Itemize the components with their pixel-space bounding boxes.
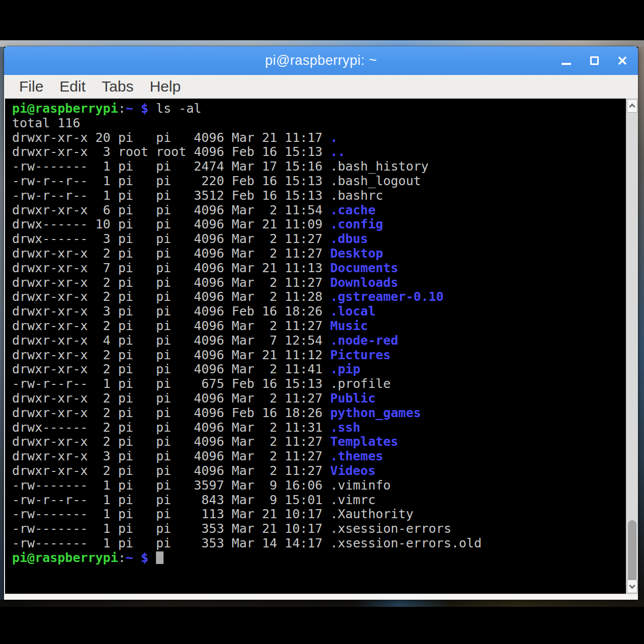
entry-meta: drwxr-xr-x 2 pi pi 4096 Mar 2 11:28 <box>12 289 330 304</box>
entry-name: .themes <box>330 449 383 463</box>
entry-name: .pip <box>330 362 360 376</box>
entry-meta: drwxr-xr-x 2 pi pi 4096 Mar 2 11:27 <box>12 275 330 290</box>
entry-meta: drwxr-xr-x 2 pi pi 4096 Mar 2 11:27 <box>12 246 330 261</box>
terminal-text <box>133 101 141 116</box>
entry-name: .config <box>330 217 383 231</box>
prompt-path: ~ <box>126 101 133 116</box>
entry-meta: drwxr-xr-x 3 root root 4096 Feb 16 15:13 <box>12 144 330 159</box>
terminal-text <box>148 550 156 565</box>
prompt-path: ~ <box>126 550 133 565</box>
entry-name: .viminfo <box>330 478 390 493</box>
entry-name: .ssh <box>330 420 360 435</box>
entry-name: . <box>330 130 338 145</box>
entry-name: .vimrc <box>330 493 375 507</box>
entry-name: Downloads <box>330 275 398 290</box>
terminal-window: pi@raspberrypi: ~ ✕ File Edit Tabs Help … <box>4 46 638 600</box>
entry-meta: drwx------ 10 pi pi 4096 Mar 21 11:09 <box>12 217 330 231</box>
entry-name: .Xauthority <box>330 507 414 521</box>
entry-meta: drwxr-xr-x 2 pi pi 4096 Mar 2 11:41 <box>12 362 330 376</box>
menu-edit[interactable]: Edit <box>51 77 94 96</box>
entry-meta: drwxr-xr-x 2 pi pi 4096 Mar 2 11:27 <box>12 318 330 333</box>
entry-meta: drwxr-xr-x 2 pi pi 4096 Mar 21 11:12 <box>12 348 330 362</box>
menubar: File Edit Tabs Help <box>4 75 638 99</box>
total-line: total 116 <box>12 116 80 130</box>
entry-name: .xsession-errors <box>330 521 451 536</box>
window-controls: ✕ <box>558 46 630 75</box>
entry-meta: drwxr-xr-x 2 pi pi 4096 Mar 2 11:27 <box>12 434 330 449</box>
window-title: pi@raspberrypi: ~ <box>265 53 377 68</box>
entry-name: Videos <box>330 463 375 478</box>
scroll-up-button[interactable] <box>627 99 637 113</box>
entry-name: .local <box>330 304 375 318</box>
prompt-user-host: pi@raspberrypi <box>12 550 118 565</box>
desktop-wallpaper-left <box>0 47 4 600</box>
entry-name: .bashrc <box>330 188 383 203</box>
entry-name: .node-red <box>330 333 398 348</box>
prompt-symbol: $ <box>141 550 148 565</box>
entry-meta: -rw-r--r-- 1 pi pi 3512 Feb 16 15:13 <box>12 188 330 203</box>
entry-name: Templates <box>330 434 398 449</box>
command-text: ls -al <box>156 101 201 116</box>
terminal-text <box>148 101 156 116</box>
prompt-user-host: pi@raspberrypi <box>12 101 118 116</box>
desktop-wallpaper-bottom <box>0 600 644 607</box>
entry-name: Public <box>330 391 375 406</box>
entry-meta: drwxr-xr-x 2 pi pi 4096 Mar 2 11:27 <box>12 463 330 478</box>
entry-name: .profile <box>330 376 390 391</box>
entry-meta: -rw------- 1 pi pi 2474 Mar 17 15:16 <box>12 159 330 174</box>
terminal-cursor <box>156 551 164 564</box>
entry-meta: drwxr-xr-x 2 pi pi 4096 Mar 2 11:27 <box>12 391 330 406</box>
terminal-output: pi@raspberrypi:~ $ ls -al total 116 drwx… <box>5 99 626 566</box>
entry-meta: drwxr-xr-x 3 pi pi 4096 Feb 16 18:26 <box>12 304 330 318</box>
menu-tabs[interactable]: Tabs <box>94 77 141 96</box>
entry-name: Pictures <box>330 348 390 362</box>
entry-meta: drwx------ 3 pi pi 4096 Mar 2 11:27 <box>12 231 330 246</box>
entry-meta: -rw-r--r-- 1 pi pi 675 Feb 16 15:13 <box>12 376 330 391</box>
entry-meta: drwx------ 2 pi pi 4096 Mar 2 11:31 <box>12 420 330 435</box>
terminal-content: pi@raspberrypi:~ $ ls -al total 116 drwx… <box>4 99 638 594</box>
entry-meta: drwxr-xr-x 4 pi pi 4096 Mar 7 12:54 <box>12 333 330 348</box>
entry-name: .cache <box>330 203 375 217</box>
entry-name: python_games <box>330 406 421 420</box>
entry-name: Documents <box>330 261 398 275</box>
entry-meta: -rw------- 1 pi pi 3597 Mar 9 16:06 <box>12 478 330 493</box>
entry-meta: -rw-r--r-- 1 pi pi 843 Mar 9 15:01 <box>12 493 330 507</box>
entry-meta: -rw------- 1 pi pi 353 Mar 14 14:17 <box>12 536 330 550</box>
entry-name: .bash_history <box>330 159 429 174</box>
terminal-text <box>133 550 141 565</box>
entry-meta: drwxr-xr-x 6 pi pi 4096 Mar 2 11:54 <box>12 203 330 217</box>
minimize-button[interactable] <box>558 53 574 68</box>
entry-name: .dbus <box>330 231 368 246</box>
scrollbar-thumb[interactable] <box>628 520 636 583</box>
chevron-down-icon <box>629 583 635 589</box>
entry-name: Music <box>330 318 368 333</box>
prompt-separator: : <box>118 550 126 565</box>
terminal-screen[interactable]: pi@raspberrypi:~ $ ls -al total 116 drwx… <box>5 99 626 594</box>
entry-name: .xsession-errors.old <box>330 536 481 550</box>
prompt-symbol: $ <box>141 101 148 116</box>
window-titlebar[interactable]: pi@raspberrypi: ~ ✕ <box>4 46 638 75</box>
scroll-down-button[interactable] <box>627 580 637 593</box>
entry-name: .bash_logout <box>330 174 421 188</box>
entry-meta: -rw------- 1 pi pi 113 Mar 21 10:17 <box>12 507 330 521</box>
close-button[interactable]: ✕ <box>615 53 630 68</box>
maximize-button[interactable] <box>587 53 602 68</box>
chevron-up-icon <box>629 104 635 110</box>
entry-meta: -rw------- 1 pi pi 353 Mar 21 10:17 <box>12 521 330 536</box>
maximize-icon <box>590 56 599 65</box>
entry-meta: drwxr-xr-x 3 pi pi 4096 Mar 2 11:27 <box>12 449 330 463</box>
desktop-wallpaper-right <box>638 47 644 600</box>
entry-meta: -rw-r--r-- 1 pi pi 220 Feb 16 15:13 <box>12 174 330 188</box>
menu-file[interactable]: File <box>11 77 51 96</box>
entry-name: Desktop <box>330 246 383 261</box>
entry-meta: drwxr-xr-x 20 pi pi 4096 Mar 21 11:17 <box>12 130 330 145</box>
entry-name: .. <box>330 144 345 159</box>
entry-meta: drwxr-xr-x 7 pi pi 4096 Mar 21 11:13 <box>12 261 330 275</box>
window-bottom-frame <box>4 594 638 600</box>
menu-help[interactable]: Help <box>141 77 189 96</box>
entry-meta: drwxr-xr-x 2 pi pi 4096 Feb 16 18:26 <box>12 406 330 420</box>
close-icon: ✕ <box>617 54 628 67</box>
prompt-separator: : <box>118 101 126 116</box>
entry-name: .gstreamer-0.10 <box>330 289 444 304</box>
scrollbar[interactable] <box>626 99 638 594</box>
